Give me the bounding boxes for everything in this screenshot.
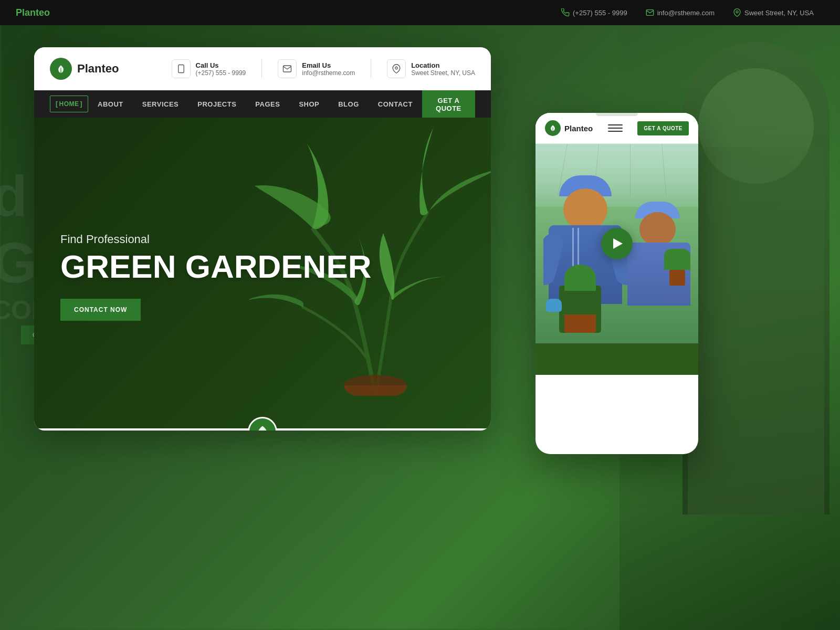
mobile-leaf-svg <box>548 123 558 133</box>
site-logo-bg: Planteo <box>16 7 50 18</box>
hero-title: GREEN GARDENER <box>60 250 372 283</box>
card-nav: HOME ABOUT SERVICES PROJECTS PAGES SHOP … <box>34 90 491 118</box>
header-location: Location Sweet Street, NY, USA <box>387 59 475 78</box>
phone-icon <box>561 8 570 17</box>
header-info: Call Us (+257) 555 - 9999 Email Us info@… <box>172 59 475 78</box>
email-value: info@rstheme.com <box>302 69 355 77</box>
mobile-image-area <box>536 144 698 343</box>
mobile-logo-area: Planteo <box>545 120 593 136</box>
header-email: Email Us info@rstheme.com <box>278 59 355 78</box>
site-top-bar: Planteo (+257) 555 - 9999 info@rstheme.c… <box>0 0 840 25</box>
location-icon-header <box>387 59 406 78</box>
topbar-location: Sweet Street, NY, USA <box>733 8 814 17</box>
mobile-quote-button[interactable]: GET A QUOTE <box>637 121 689 135</box>
person-body <box>688 147 824 514</box>
phone-notch <box>596 113 638 116</box>
svg-point-0 <box>736 11 738 13</box>
mobile-logo-icon <box>545 120 561 136</box>
mobile-card: Planteo GET A QUOTE <box>536 113 698 454</box>
topbar-email: info@rstheme.com <box>646 8 715 17</box>
email-label: Email Us <box>302 61 355 69</box>
svg-point-4 <box>395 67 398 69</box>
email-icon-top <box>646 8 654 17</box>
svg-rect-2 <box>178 65 184 73</box>
gardener-secondary-figure <box>625 196 693 343</box>
location-icon-top <box>733 8 741 17</box>
mobile-top-bar: Planteo GET A QUOTE <box>536 113 698 144</box>
location-label: Location <box>411 61 475 69</box>
card-header: Planteo Call Us (+257) 555 - 9999 <box>34 47 491 90</box>
divider-2 <box>371 59 371 78</box>
phone-svg <box>176 64 186 74</box>
person-silhouette-right <box>682 42 830 514</box>
topbar-phone-text: (+257) 555 - 9999 <box>573 9 627 17</box>
logo-icon <box>50 58 72 80</box>
hero-content: Find Professional GREEN GARDENER CONTACT… <box>34 233 398 321</box>
nav-item-about[interactable]: ABOUT <box>88 90 133 118</box>
sec-face <box>639 212 676 246</box>
glove-left <box>546 299 562 312</box>
nav-item-services[interactable]: SERVICES <box>133 90 188 118</box>
hero-subtitle: Find Professional <box>60 233 372 246</box>
email-svg <box>282 64 292 74</box>
location-value: Sweet Street, NY, USA <box>411 69 475 77</box>
sec-plant <box>664 249 690 286</box>
nav-item-projects[interactable]: PROJECTS <box>188 90 246 118</box>
nav-items-list: HOME ABOUT SERVICES PROJECTS PAGES SHOP … <box>50 90 422 118</box>
gardener-face <box>563 188 607 230</box>
play-button[interactable] <box>601 228 633 259</box>
mobile-hamburger-menu[interactable] <box>608 121 623 135</box>
header-call: Call Us (+257) 555 - 9999 <box>172 59 246 78</box>
menu-line-3 <box>608 131 623 132</box>
plant-leaves <box>564 265 596 291</box>
call-label: Call Us <box>196 61 246 69</box>
location-svg <box>392 64 401 74</box>
nav-item-pages[interactable]: PAGES <box>246 90 289 118</box>
phone-icon-header <box>172 59 191 78</box>
contact-now-button[interactable]: CONTACT NOW <box>60 299 141 321</box>
nav-item-blog[interactable]: BLOG <box>329 90 369 118</box>
menu-line-1 <box>608 124 623 125</box>
location-info-text: Location Sweet Street, NY, USA <box>411 61 475 77</box>
topbar-location-text: Sweet Street, NY, USA <box>744 9 814 17</box>
logo-text: Planteo <box>77 62 119 76</box>
divider-1 <box>261 59 262 78</box>
nav-item-home[interactable]: HOME <box>50 96 88 112</box>
main-card: Planteo Call Us (+257) 555 - 9999 <box>34 47 491 430</box>
nav-item-contact[interactable]: CONTACT <box>369 90 422 118</box>
mobile-bottom-bar <box>536 343 698 375</box>
topbar-phone: (+257) 555 - 9999 <box>561 8 627 17</box>
nav-item-shop[interactable]: SHOP <box>289 90 329 118</box>
call-info-text: Call Us (+257) 555 - 9999 <box>196 61 246 77</box>
call-number: (+257) 555 - 9999 <box>196 69 246 77</box>
mobile-logo-text: Planteo <box>564 124 593 133</box>
email-icon-header <box>278 59 297 78</box>
leaf-logo-svg <box>54 62 68 76</box>
plant-pot <box>559 286 601 333</box>
card-hero: Find Professional GREEN GARDENER CONTACT… <box>34 118 491 430</box>
logo-area: Planteo <box>50 58 119 80</box>
menu-line-2 <box>608 128 623 129</box>
email-info-text: Email Us info@rstheme.com <box>302 61 355 77</box>
flower-pot <box>564 314 596 333</box>
leaf-circle-svg <box>255 424 270 430</box>
get-quote-button[interactable]: GET A QUOTE <box>422 90 475 118</box>
topbar-email-text: info@rstheme.com <box>657 9 715 17</box>
